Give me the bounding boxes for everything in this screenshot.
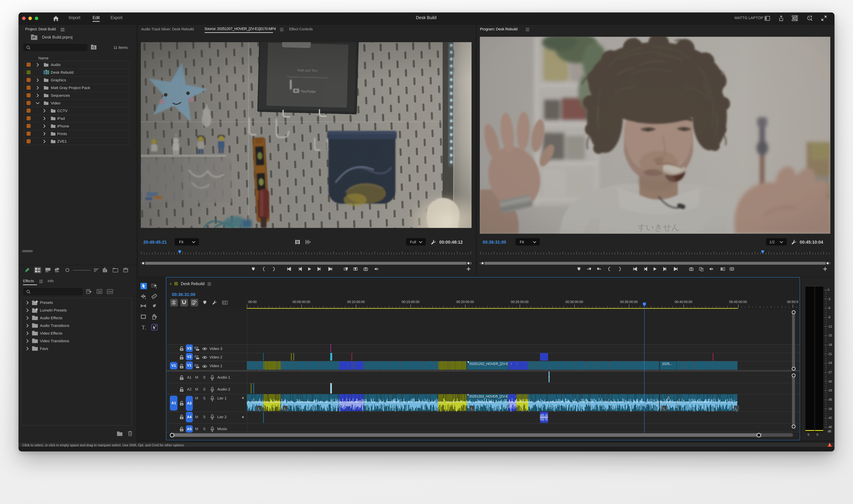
svg-text:00:15:00:00: 00:15:00:00 xyxy=(402,300,419,304)
svg-text:L: L xyxy=(471,407,473,410)
svg-text:L: L xyxy=(663,407,665,410)
svg-text:L: L xyxy=(258,407,259,410)
svg-text::00:00: :00:00 xyxy=(247,300,257,304)
svg-text:00:50:0: 00:50:0 xyxy=(787,300,798,304)
svg-text:YUV: YUV xyxy=(108,290,112,293)
svg-text:L: L xyxy=(284,407,286,410)
svg-text:L: L xyxy=(735,407,737,410)
svg-text:00:25:00:00: 00:25:00:00 xyxy=(511,300,528,304)
svg-text:00:20:00:00: 00:20:00:00 xyxy=(456,300,474,304)
svg-text:32: 32 xyxy=(98,290,101,293)
svg-text:00:40:00:00: 00:40:00:00 xyxy=(674,300,692,304)
svg-text:00:35:00:00: 00:35:00:00 xyxy=(620,300,638,304)
svg-text:00:10:00:00: 00:10:00:00 xyxy=(347,300,365,304)
svg-text:2025...: 2025... xyxy=(662,362,672,366)
svg-text:♫: ♫ xyxy=(666,395,670,400)
svg-text:00:45:00:00: 00:45:00:00 xyxy=(729,300,747,304)
svg-text:T: T xyxy=(142,324,145,330)
svg-text:00:30:00:00: 00:30:00:00 xyxy=(565,300,583,304)
svg-text:00:05:00:00: 00:05:00:00 xyxy=(292,300,310,304)
